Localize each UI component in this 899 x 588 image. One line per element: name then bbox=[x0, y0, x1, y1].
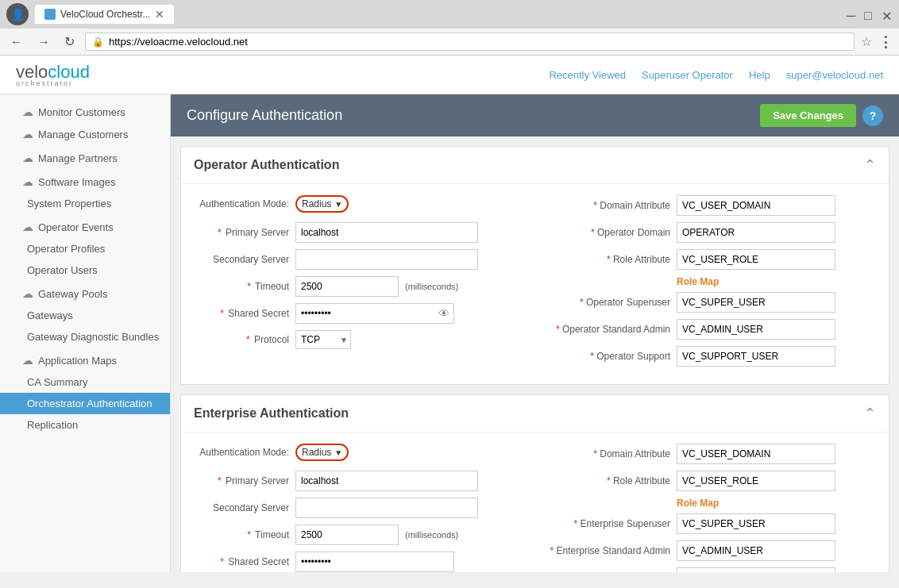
operator-auth-body: Authentication Mode: Radius ▼ bbox=[181, 184, 889, 384]
shared-secret-input[interactable] bbox=[295, 303, 454, 324]
back-button[interactable]: ← bbox=[6, 33, 27, 51]
help-link[interactable]: Help bbox=[749, 69, 770, 81]
sidebar-label: Software Images bbox=[38, 176, 116, 188]
url-input[interactable] bbox=[109, 36, 847, 48]
eye-icon[interactable]: 👁 bbox=[438, 307, 450, 320]
timeout-input[interactable] bbox=[295, 276, 399, 297]
menu-icon[interactable]: ⋮ bbox=[878, 33, 893, 51]
enterprise-auth-mode-label: Authentication Mode: bbox=[194, 447, 289, 458]
timeout-label: * Timeout bbox=[194, 281, 289, 292]
header-actions: Save Changes ? bbox=[760, 104, 883, 127]
cloud-icon: ☁ bbox=[22, 128, 33, 140]
sidebar-item-manage-partners[interactable]: ☁ Manage Partners bbox=[0, 147, 170, 169]
app-header: velocloud orchestrator Recently Viewed S… bbox=[0, 56, 899, 94]
address-bar[interactable]: 🔒 bbox=[85, 33, 855, 51]
enterprise-auth-collapse-button[interactable]: ⌃ bbox=[864, 405, 876, 422]
sidebar-item-manage-customers[interactable]: ☁ Manage Customers bbox=[0, 123, 170, 145]
help-button[interactable]: ? bbox=[862, 106, 883, 126]
enterprise-role-map-label: Role Map bbox=[677, 498, 876, 509]
protocol-select-wrapper[interactable]: TCP UDP ▼ bbox=[295, 330, 351, 349]
browser-chrome: 👤 VeloCloud Orchestr... ✕ ─ □ ✕ ← → ↻ 🔒 … bbox=[0, 0, 899, 56]
restore-button[interactable]: □ bbox=[864, 9, 875, 20]
enterprise-standard-admin-input[interactable] bbox=[677, 540, 835, 561]
operator-domain-label: Operator Domain bbox=[543, 227, 670, 238]
enterprise-primary-server-input[interactable] bbox=[295, 471, 478, 491]
sidebar-group-gateway: ☁ Gateway Pools Gateways Gateway Diagnos… bbox=[0, 282, 170, 348]
enterprise-standard-admin-row: Enterprise Standard Admin bbox=[543, 540, 876, 561]
dropdown-arrow-icon: ▼ bbox=[334, 200, 342, 209]
app-container: velocloud orchestrator Recently Viewed S… bbox=[0, 56, 899, 572]
operator-timeout-row: * Timeout (milliseconds) bbox=[194, 276, 527, 297]
operator-support-input[interactable] bbox=[677, 346, 835, 367]
operator-primary-server-row: * Primary Server bbox=[194, 222, 527, 243]
enterprise-shared-secret-input[interactable] bbox=[295, 551, 454, 572]
role-map-label: Role Map bbox=[677, 276, 876, 287]
recently-viewed-link[interactable]: Recently Viewed bbox=[549, 69, 626, 81]
sidebar-item-gateways[interactable]: Gateways bbox=[0, 305, 170, 326]
user-link[interactable]: super@velocloud.net bbox=[786, 69, 883, 81]
required-icon: * bbox=[247, 529, 251, 540]
save-changes-button[interactable]: Save Changes bbox=[760, 104, 856, 127]
dropdown-arrow-icon: ▼ bbox=[334, 448, 342, 457]
cloud-icon: ☁ bbox=[22, 152, 33, 164]
enterprise-role-attribute-input[interactable] bbox=[677, 471, 835, 491]
sidebar-label: Gateway Pools bbox=[38, 288, 107, 300]
superuser-operator-link[interactable]: Superuser Operator bbox=[642, 69, 733, 81]
operator-standard-admin-row: Operator Standard Admin bbox=[543, 319, 876, 340]
sidebar-item-system-properties[interactable]: System Properties bbox=[0, 193, 170, 214]
sidebar-label: CA Summary bbox=[27, 376, 88, 388]
content-area: Configure Authentication Save Changes ? … bbox=[171, 94, 899, 572]
operator-domain-input[interactable] bbox=[677, 222, 835, 243]
operator-standard-admin-input[interactable] bbox=[677, 319, 835, 340]
shared-secret-label: * Shared Secret bbox=[194, 308, 289, 319]
enterprise-shared-secret-label: * Shared Secret bbox=[194, 556, 289, 567]
sidebar-item-monitor-customers[interactable]: ☁ Monitor Customers bbox=[0, 101, 170, 123]
enterprise-role-attribute-row: Role Attribute bbox=[543, 471, 876, 491]
refresh-button[interactable]: ↻ bbox=[60, 33, 79, 51]
sidebar-label: Replication bbox=[27, 419, 78, 431]
enterprise-domain-attribute-input[interactable] bbox=[677, 444, 835, 464]
enterprise-auth-mode-select-wrapper[interactable]: Radius ▼ bbox=[295, 444, 349, 461]
browser-tab[interactable]: VeloCloud Orchestr... ✕ bbox=[35, 5, 174, 24]
enterprise-superuser-input[interactable] bbox=[677, 513, 835, 534]
protocol-select[interactable]: TCP UDP bbox=[295, 330, 351, 349]
forward-button[interactable]: → bbox=[33, 33, 54, 51]
sidebar-item-replication[interactable]: Replication bbox=[0, 414, 170, 436]
enterprise-auth-section: Enterprise Authentication ⌃ Authenticati… bbox=[180, 394, 889, 572]
bookmark-icon[interactable]: ☆ bbox=[861, 34, 872, 49]
header-nav: Recently Viewed Superuser Operator Help … bbox=[549, 69, 883, 81]
operator-auth-section: Operator Authentication ⌃ Authentication… bbox=[180, 146, 889, 385]
tab-close[interactable]: ✕ bbox=[155, 8, 164, 21]
sidebar-item-application-maps[interactable]: ☁ Application Maps bbox=[0, 349, 170, 371]
operator-support-label: Operator Support bbox=[543, 351, 670, 362]
sidebar-item-orchestrator-authentication[interactable]: Orchestrator Authentication bbox=[0, 393, 170, 414]
operator-superuser-input[interactable] bbox=[677, 292, 835, 313]
sidebar-item-operator-users[interactable]: Operator Users bbox=[0, 259, 170, 281]
sidebar-item-operator-events[interactable]: ☁ Operator Events bbox=[0, 216, 170, 238]
sidebar-item-gateway-diagnostic-bundles[interactable]: Gateway Diagnostic Bundles bbox=[0, 326, 170, 348]
secondary-server-input[interactable] bbox=[295, 249, 478, 270]
operator-domain-attribute-row: Domain Attribute bbox=[543, 195, 876, 216]
sidebar-item-software-images[interactable]: ☁ Software Images bbox=[0, 171, 170, 193]
cloud-icon: ☁ bbox=[22, 287, 33, 300]
minimize-button[interactable]: ─ bbox=[847, 9, 858, 20]
role-attribute-input[interactable] bbox=[677, 249, 835, 270]
enterprise-secondary-server-input[interactable] bbox=[295, 498, 478, 518]
enterprise-timeout-label: * Timeout bbox=[194, 529, 289, 540]
domain-attribute-input[interactable] bbox=[677, 195, 835, 216]
required-icon: * bbox=[218, 475, 222, 486]
shared-secret-wrapper: 👁 bbox=[295, 303, 454, 324]
enterprise-support-input[interactable] bbox=[677, 567, 835, 572]
operator-auth-mode-select-wrapper[interactable]: Radius ▼ bbox=[295, 195, 349, 213]
primary-server-input[interactable] bbox=[295, 222, 478, 243]
sidebar-item-ca-summary[interactable]: CA Summary bbox=[0, 371, 170, 393]
operator-auth-collapse-button[interactable]: ⌃ bbox=[864, 156, 876, 174]
sidebar-item-operator-profiles[interactable]: Operator Profiles bbox=[0, 238, 170, 259]
sidebar-item-gateway-pools[interactable]: ☁ Gateway Pools bbox=[0, 282, 170, 305]
close-button[interactable]: ✕ bbox=[882, 9, 893, 20]
operator-auth-right: Domain Attribute Operator Domain Role At… bbox=[543, 195, 876, 373]
enterprise-timeout-input[interactable] bbox=[295, 525, 399, 545]
operator-auth-header: Operator Authentication ⌃ bbox=[181, 147, 889, 184]
operator-role-attribute-row: Role Attribute bbox=[543, 249, 876, 270]
sidebar-label: Orchestrator Authentication bbox=[27, 398, 152, 409]
